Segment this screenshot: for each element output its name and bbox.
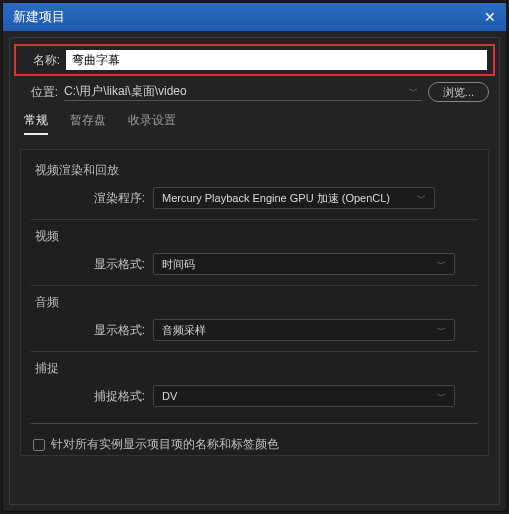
dialog-title: 新建项目 [13,8,65,26]
divider [31,219,478,220]
chevron-down-icon: ﹀ [409,85,418,98]
renderer-value: Mercury Playback Engine GPU 加速 (OpenCL) [162,191,390,206]
capture-format-value: DV [162,390,177,402]
capture-format-label: 捕捉格式: [27,388,145,405]
audio-format-select[interactable]: 音频采样 ﹀ [153,319,455,341]
section-capture-title: 捕捉 [35,360,482,377]
section-playback-title: 视频渲染和回放 [35,162,482,179]
divider [31,423,478,424]
dialog-body: 名称: 位置: C:\用户\likai\桌面\video ﹀ 浏览... 常规 … [9,37,500,505]
chevron-down-icon: ﹀ [437,258,446,271]
chevron-down-icon: ﹀ [437,390,446,403]
show-names-label: 针对所有实例显示项目项的名称和标签颜色 [51,436,279,453]
chevron-down-icon: ﹀ [417,192,426,205]
tab-ingest-settings[interactable]: 收录设置 [128,112,176,135]
show-names-checkbox[interactable] [33,439,45,451]
renderer-row: 渲染程序: Mercury Playback Engine GPU 加速 (Op… [27,187,482,209]
general-panel: 视频渲染和回放 渲染程序: Mercury Playback Engine GP… [20,149,489,456]
section-video-title: 视频 [35,228,482,245]
location-dropdown[interactable]: C:\用户\likai\桌面\video ﹀ [64,83,422,101]
tab-general[interactable]: 常规 [24,112,48,135]
audio-format-value: 音频采样 [162,323,206,338]
video-format-select[interactable]: 时间码 ﹀ [153,253,455,275]
show-names-row: 针对所有实例显示项目项的名称和标签颜色 [33,436,482,453]
new-project-dialog: 新建项目 ✕ 名称: 位置: C:\用户\likai\桌面\video ﹀ 浏览… [2,2,507,512]
capture-format-row: 捕捉格式: DV ﹀ [27,385,482,407]
location-row: 位置: C:\用户\likai\桌面\video ﹀ 浏览... [20,82,489,102]
name-row: 名称: [14,44,495,76]
tab-scratch-disks[interactable]: 暂存盘 [70,112,106,135]
browse-button[interactable]: 浏览... [428,82,489,102]
video-format-value: 时间码 [162,257,195,272]
tabs: 常规 暂存盘 收录设置 [24,112,489,135]
location-value: C:\用户\likai\桌面\video [64,83,187,100]
location-label: 位置: [20,84,58,101]
audio-format-row: 显示格式: 音频采样 ﹀ [27,319,482,341]
section-audio-title: 音频 [35,294,482,311]
video-format-label: 显示格式: [27,256,145,273]
chevron-down-icon: ﹀ [437,324,446,337]
divider [31,351,478,352]
close-icon[interactable]: ✕ [484,10,496,24]
renderer-select[interactable]: Mercury Playback Engine GPU 加速 (OpenCL) … [153,187,435,209]
audio-format-label: 显示格式: [27,322,145,339]
name-label: 名称: [22,52,60,69]
renderer-label: 渲染程序: [27,190,145,207]
divider [31,285,478,286]
capture-format-select[interactable]: DV ﹀ [153,385,455,407]
titlebar: 新建项目 ✕ [3,3,506,31]
video-format-row: 显示格式: 时间码 ﹀ [27,253,482,275]
project-name-input[interactable] [66,50,487,70]
